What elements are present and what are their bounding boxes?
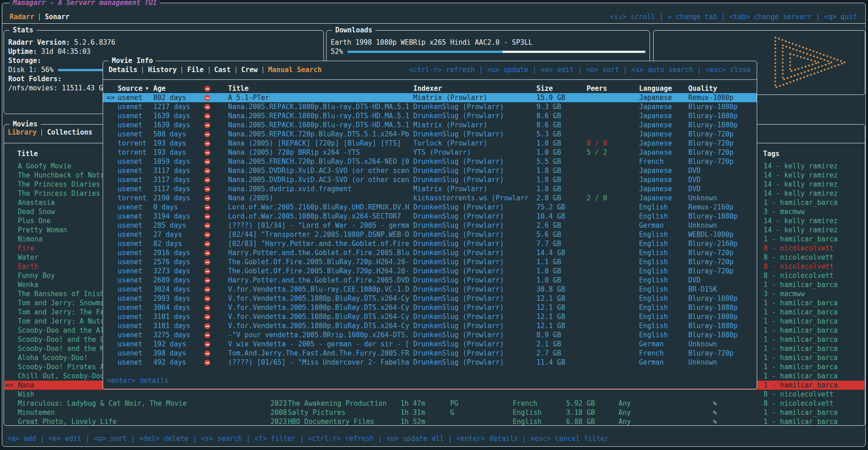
cell-indexer: DrunkenSlug (Prowlarr) [413, 312, 536, 321]
cell-quality: Bluray-1080p [688, 330, 757, 340]
column-indexer[interactable]: Indexer [413, 84, 536, 93]
download-item[interactable]: Earth 1998 1080p WEBRip x265 Hindi AAC2.… [331, 38, 645, 47]
no-entry-icon [204, 341, 210, 347]
search-result-row[interactable]: usenet1639 daysNana.2005.REPACK.1080p.Bl… [103, 120, 757, 130]
column-size[interactable]: Size [536, 84, 587, 93]
column-rejected[interactable] [204, 84, 228, 93]
movie-tag: 1 - hamilcar_barca [764, 408, 838, 417]
search-result-row[interactable]: usenet2689 daysHarry.Potter.and.the.Gobl… [103, 276, 757, 285]
download-item-name: Earth 1998 1080p WEBRip x265 Hindi AAC2.… [331, 38, 533, 47]
search-result-row[interactable]: usenet3273 daysThe.Goblet.Of.Fire.2005.B… [103, 267, 757, 276]
search-result-row[interactable]: =>usenet802 daysA 5.1-PTerMiatrix (Prowl… [103, 93, 757, 102]
movie-info-modal: Movie Info Details History File Cast Cre… [103, 61, 757, 389]
tab-details[interactable]: Details [109, 65, 137, 74]
search-result-row[interactable]: usenet82 days[02/83] "Harry.Potter.and.t… [103, 239, 757, 248]
column-language[interactable]: Language [639, 84, 688, 93]
search-result-row[interactable]: usenet1639 daysNana.2005.REPACK.1080p.Bl… [103, 111, 757, 120]
search-result-row[interactable]: usenet2916 daysHarry.Potter.and.the.Gobl… [103, 248, 757, 257]
no-entry-icon [204, 95, 210, 101]
search-result-row[interactable]: usenet3194 daysLord.of.War.2005.1080p.Bl… [103, 212, 757, 221]
cell-quality: Bluray-720p [688, 349, 757, 358]
search-result-row[interactable]: usenet3101 daysV.for.Vendetta.2005.1080p… [103, 321, 757, 330]
quill-icon: ✎ [713, 417, 717, 426]
search-result-row[interactable]: usenet2993 daysV.for.Vendetta.2005.1080p… [103, 294, 757, 303]
servarr-tabs: Radarr Sonarr [10, 12, 69, 21]
cell-language: English [639, 239, 688, 248]
column-source[interactable]: Source▼ [118, 84, 153, 93]
movie-year: 2023 [270, 417, 287, 426]
search-result-row[interactable]: usenet3024 daysV.for.Vendetta.2005.Blu-r… [103, 285, 757, 294]
movie-row[interactable]: Minutemen2008Salty Pictures1h 31mGEnglis… [5, 408, 864, 417]
tab-library[interactable]: Library [8, 128, 36, 137]
tab-crew[interactable]: Crew [241, 65, 258, 74]
cell-rejected [204, 194, 228, 203]
cell-peers: 0 / 0 [587, 139, 639, 148]
movie-title: Fire [18, 244, 34, 253]
search-result-row[interactable]: torrent2190 daysNana (2005)kickasstorren… [103, 194, 757, 203]
search-result-row[interactable]: usenet1217 daysNana.2005.REPACK.1080p.Bl… [103, 102, 757, 111]
search-result-row[interactable]: usenet285 days(????) [01/34] - "Lord of … [103, 221, 757, 230]
cell-age: 193 days [153, 139, 204, 148]
column-quality[interactable]: Quality [688, 84, 757, 93]
row-marker [107, 166, 118, 175]
cell-size: 75.2 GB [536, 203, 587, 212]
cell-source: usenet [118, 203, 153, 212]
cell-size: 1.8 GB [536, 166, 587, 175]
search-result-row[interactable]: usenet27 days[02/44] "Transporter 2.2005… [103, 230, 757, 239]
movie-title: A Goofy Movie [18, 162, 71, 171]
search-result-row[interactable]: usenet508 daysNana.2005.REPACK.720p.BluR… [103, 130, 757, 139]
cell-quality: Bluray-2160p [688, 239, 757, 248]
search-result-row[interactable]: usenet3275 days-"V pour vendetta.2005.BR… [103, 330, 757, 340]
tab-history[interactable]: History [148, 65, 177, 74]
search-result-row[interactable]: usenet3064 daysV.for.Vendetta.2005.1080p… [103, 303, 757, 312]
search-result-row[interactable]: usenet398 daysTom.And.Jerry.The.Fast.And… [103, 349, 757, 358]
search-result-row[interactable]: usenet0 daysLord.of.War.2005.2160p.BluRa… [103, 203, 757, 212]
cell-source: usenet [118, 93, 153, 102]
cell-quality: WEBDL-1080p [688, 230, 757, 239]
search-result-row[interactable]: usenet3117 daysNana.2005.DVDRip.XviD.AC3… [103, 175, 757, 184]
cell-rejected [204, 248, 228, 257]
no-entry-icon [204, 314, 210, 320]
tab-collections[interactable]: Collections [47, 128, 92, 137]
cell-size: 2.6 GB [536, 221, 587, 230]
tab-cast[interactable]: Cast [214, 65, 231, 74]
cell-age: 2916 days [153, 248, 204, 257]
search-result-row[interactable]: usenet1059 daysNana.2005.FRENCH.720p.Blu… [103, 157, 757, 166]
cell-age: 0 days [153, 203, 204, 212]
cell-peers [587, 93, 639, 102]
cell-language: Japanese [639, 148, 688, 157]
tab-radarr[interactable]: Radarr [10, 12, 34, 21]
cell-language: English [639, 321, 688, 330]
search-result-row[interactable]: usenet192 daysV wie Vendetta - 2005 - ge… [103, 340, 757, 349]
search-result-row[interactable]: torrent193 daysNana (2005) 720p BRRip x2… [103, 148, 757, 157]
column-title[interactable]: Title [228, 84, 413, 93]
search-result-row[interactable]: usenet3117 daysNana.2005.DVDRip.XviD.AC3… [103, 166, 757, 175]
tab-sonarr[interactable]: Sonarr [45, 12, 69, 21]
cell-indexer: Miatrix (Prowlarr) [413, 184, 536, 194]
tab-manual-search[interactable]: Manual Search [268, 65, 322, 74]
cell-language: English [639, 285, 688, 294]
column-age[interactable]: Age [153, 84, 204, 93]
cell-source: usenet [118, 120, 153, 130]
cell-peers [587, 248, 639, 257]
quill-icon: ✎ [713, 399, 717, 408]
movie-runtime: 1h 52m [400, 417, 425, 426]
movie-row[interactable]: Miraculous: Ladybug & Cat Noir, The Movi… [5, 399, 864, 408]
cell-indexer: DrunkenSlug (Prowlarr) [413, 358, 536, 367]
movie-row[interactable]: Wish8 - nicolecolvett [5, 390, 864, 399]
movie-tag: 14 - kelly ramirez [764, 225, 838, 235]
search-result-row[interactable]: usenet3101 daysV.for.Vendetta.2005.1080p… [103, 312, 757, 321]
row-marker [107, 184, 118, 194]
search-result-row[interactable]: torrent193 daysNana (2005) [REPACK] [720… [103, 139, 757, 148]
column-peers[interactable]: Peers [587, 84, 639, 93]
cell-age: 82 days [153, 239, 204, 248]
movie-row[interactable]: Great Photo, Lovely Life2023HBO Document… [5, 417, 864, 426]
search-result-row[interactable]: usenet3117 daysnana.2005.dvdrip.xvid.fra… [103, 184, 757, 194]
tab-file[interactable]: File [187, 65, 203, 74]
search-result-row[interactable]: usenet2576 daysThe.Goblet.Of.Fire.2005.B… [103, 257, 757, 267]
search-result-row[interactable]: usenet492 days(????) [01/65] - "Miss Und… [103, 358, 757, 367]
movie-tag: 14 - kelly ramirez [764, 171, 838, 180]
cell-rejected [204, 130, 228, 139]
row-marker [107, 139, 118, 148]
cell-indexer: DrunkenSlug (Prowlarr) [413, 157, 536, 166]
